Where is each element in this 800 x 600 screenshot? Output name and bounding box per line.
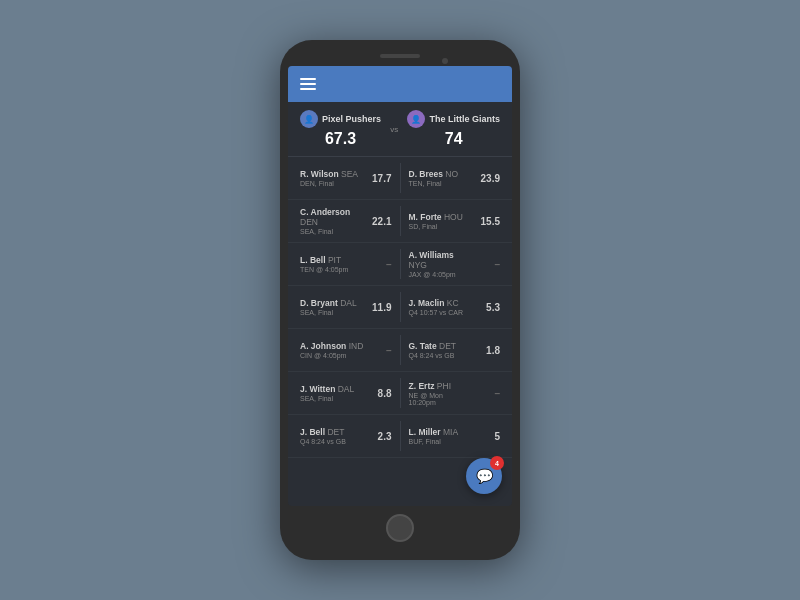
row-divider: [400, 163, 401, 193]
left-player-name: R. Wilson SEA: [300, 169, 364, 179]
team2-avatar: 👤: [407, 110, 425, 128]
vs-label: vs: [390, 125, 398, 134]
left-player-score: 22.1: [364, 216, 392, 227]
right-player-cell: G. Tate DET Q4 8:24 vs GB: [409, 341, 473, 359]
right-player-score: 23.9: [472, 173, 500, 184]
right-player-cell: Z. Ertz PHI NE @ Mon 10:20pm: [409, 381, 473, 406]
left-player-name: J. Bell DET: [300, 427, 364, 437]
right-player-name: M. Forte HOU: [409, 212, 473, 222]
right-player-name: D. Brees NO: [409, 169, 473, 179]
team2-block: 👤 The Little Giants 74: [407, 110, 500, 148]
chat-badge: 4: [490, 456, 504, 470]
top-bar: [288, 66, 512, 102]
left-player-score: –: [364, 345, 392, 356]
left-player-status: SEA, Final: [300, 228, 364, 235]
phone-camera: [442, 58, 448, 64]
team2-name: The Little Giants: [429, 114, 500, 124]
left-player-cell: J. Witten DAL SEA, Final: [300, 384, 364, 402]
left-player-score: –: [364, 259, 392, 270]
team1-avatar: 👤: [300, 110, 318, 128]
left-player-status: DEN, Final: [300, 180, 364, 187]
left-player-score: 11.9: [364, 302, 392, 313]
player-row: J. Bell DET Q4 8:24 vs GB 2.3 L. Miller …: [288, 415, 512, 458]
right-player-score: 15.5: [472, 216, 500, 227]
chat-icon: 💬: [476, 468, 493, 484]
right-player-score: –: [472, 259, 500, 270]
left-player-score: 2.3: [364, 431, 392, 442]
left-player-status: SEA, Final: [300, 309, 364, 316]
left-player-cell: L. Bell PIT TEN @ 4:05pm: [300, 255, 364, 273]
chat-fab-button[interactable]: 💬 4: [466, 458, 502, 494]
team1-score: 67.3: [325, 130, 356, 148]
left-player-status: TEN @ 4:05pm: [300, 266, 364, 273]
left-player-status: CIN @ 4:05pm: [300, 352, 364, 359]
right-player-cell: L. Miller MIA BUF, Final: [409, 427, 473, 445]
right-player-name: J. Maclin KC: [409, 298, 473, 308]
right-player-cell: J. Maclin KC Q4 10:57 vs CAR: [409, 298, 473, 316]
left-player-name: J. Witten DAL: [300, 384, 364, 394]
left-player-name: D. Bryant DAL: [300, 298, 364, 308]
phone-speaker: [380, 54, 420, 58]
team1-block: 👤 Pixel Pushers 67.3: [300, 110, 381, 148]
row-divider: [400, 206, 401, 236]
left-player-cell: D. Bryant DAL SEA, Final: [300, 298, 364, 316]
right-player-cell: M. Forte HOU SD, Final: [409, 212, 473, 230]
right-player-cell: D. Brees NO TEN, Final: [409, 169, 473, 187]
right-player-name: L. Miller MIA: [409, 427, 473, 437]
left-player-status: SEA, Final: [300, 395, 364, 402]
right-player-status: Q4 8:24 vs GB: [409, 352, 473, 359]
teams-header: 👤 Pixel Pushers 67.3 vs 👤 The Little Gia…: [288, 102, 512, 157]
phone-screen: 👤 Pixel Pushers 67.3 vs 👤 The Little Gia…: [288, 66, 512, 506]
left-player-score: 17.7: [364, 173, 392, 184]
player-row: D. Bryant DAL SEA, Final 11.9 J. Maclin …: [288, 286, 512, 329]
right-player-score: 5.3: [472, 302, 500, 313]
player-row: L. Bell PIT TEN @ 4:05pm – A. Williams N…: [288, 243, 512, 286]
left-player-cell: R. Wilson SEA DEN, Final: [300, 169, 364, 187]
right-player-name: A. Williams NYG: [409, 250, 473, 270]
left-player-name: C. Anderson DEN: [300, 207, 364, 227]
player-row: A. Johnson IND CIN @ 4:05pm – G. Tate DE…: [288, 329, 512, 372]
left-player-cell: C. Anderson DEN SEA, Final: [300, 207, 364, 235]
right-player-score: 5: [472, 431, 500, 442]
left-player-name: L. Bell PIT: [300, 255, 364, 265]
left-player-cell: J. Bell DET Q4 8:24 vs GB: [300, 427, 364, 445]
right-player-status: NE @ Mon 10:20pm: [409, 392, 473, 406]
right-player-score: 1.8: [472, 345, 500, 356]
phone-frame: 👤 Pixel Pushers 67.3 vs 👤 The Little Gia…: [280, 40, 520, 560]
right-player-score: –: [472, 388, 500, 399]
player-row: J. Witten DAL SEA, Final 8.8 Z. Ertz PHI…: [288, 372, 512, 415]
menu-button[interactable]: [300, 78, 316, 90]
players-list: R. Wilson SEA DEN, Final 17.7 D. Brees N…: [288, 157, 512, 506]
right-player-name: G. Tate DET: [409, 341, 473, 351]
team1-name: Pixel Pushers: [322, 114, 381, 124]
player-row: C. Anderson DEN SEA, Final 22.1 M. Forte…: [288, 200, 512, 243]
right-player-name: Z. Ertz PHI: [409, 381, 473, 391]
right-player-status: JAX @ 4:05pm: [409, 271, 473, 278]
right-player-status: TEN, Final: [409, 180, 473, 187]
left-player-status: Q4 8:24 vs GB: [300, 438, 364, 445]
right-player-status: Q4 10:57 vs CAR: [409, 309, 473, 316]
right-player-status: BUF, Final: [409, 438, 473, 445]
row-divider: [400, 249, 401, 279]
right-player-cell: A. Williams NYG JAX @ 4:05pm: [409, 250, 473, 278]
home-button[interactable]: [386, 514, 414, 542]
right-player-status: SD, Final: [409, 223, 473, 230]
player-row: R. Wilson SEA DEN, Final 17.7 D. Brees N…: [288, 157, 512, 200]
row-divider: [400, 292, 401, 322]
team2-score: 74: [445, 130, 463, 148]
row-divider: [400, 421, 401, 451]
left-player-score: 8.8: [364, 388, 392, 399]
row-divider: [400, 378, 401, 408]
left-player-name: A. Johnson IND: [300, 341, 364, 351]
row-divider: [400, 335, 401, 365]
left-player-cell: A. Johnson IND CIN @ 4:05pm: [300, 341, 364, 359]
